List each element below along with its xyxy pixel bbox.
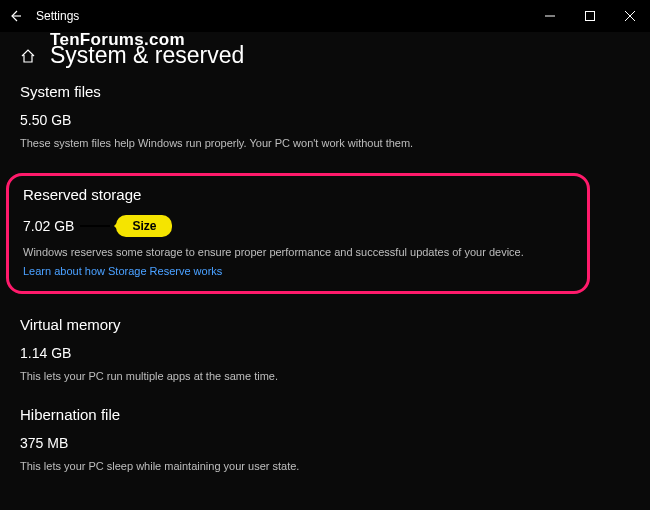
storage-value: 7.02 GB [23,218,74,234]
back-button[interactable] [8,9,22,23]
size-callout: Size [116,215,172,237]
section-title: Virtual memory [20,316,630,333]
section-virtual-memory: Virtual memory 1.14 GB This lets your PC… [20,316,630,384]
watermark: TenForums.com [50,30,185,50]
section-system-files: System files 5.50 GB These system files … [20,83,630,151]
section-desc: This lets your PC run multiple apps at t… [20,369,580,384]
section-hibernation-file: Hibernation file 375 MB This lets your P… [20,406,630,474]
close-button[interactable] [610,0,650,32]
section-desc: These system files help Windows run prop… [20,136,580,151]
minimize-button[interactable] [530,0,570,32]
app-title: Settings [36,9,79,23]
section-title: Hibernation file [20,406,630,423]
section-desc: Windows reserves some storage to ensure … [23,245,573,260]
storage-value: 1.14 GB [20,345,630,361]
titlebar: Settings [0,0,650,32]
highlight-annotation: Reserved storage 7.02 GB Size Windows re… [6,173,590,293]
storage-value: 375 MB [20,435,630,451]
callout-connector [80,225,110,227]
maximize-button[interactable] [570,0,610,32]
section-title: Reserved storage [23,186,573,203]
home-icon[interactable] [20,48,36,64]
section-desc: This lets your PC sleep while maintainin… [20,459,580,474]
learn-more-link[interactable]: Learn about how Storage Reserve works [23,265,222,277]
storage-value: 5.50 GB [20,112,630,128]
section-reserved-storage: Reserved storage 7.02 GB Size Windows re… [20,173,630,293]
svg-rect-1 [586,12,595,21]
section-title: System files [20,83,630,100]
